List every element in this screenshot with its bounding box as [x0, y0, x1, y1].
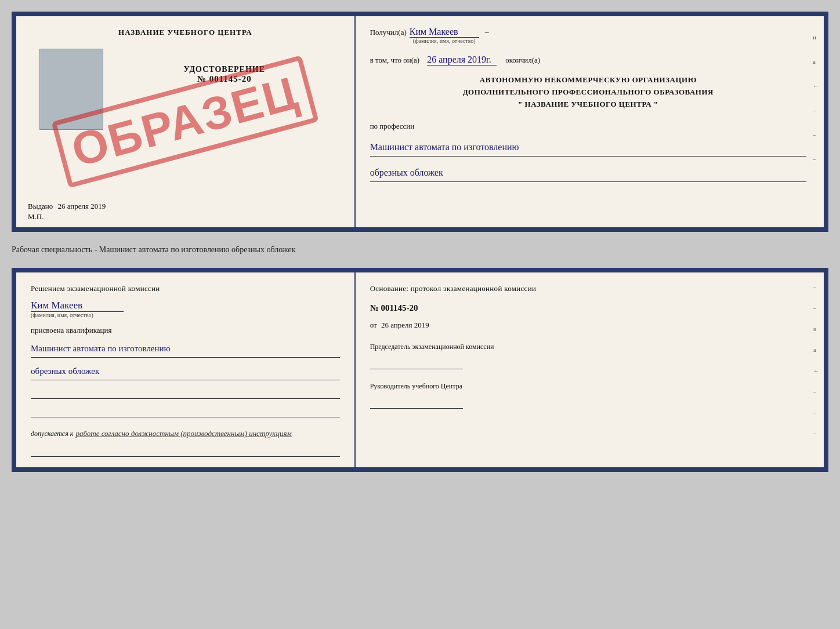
- profession-line1-top: Машинист автомата по изготовлению: [370, 139, 806, 157]
- osnov-label: Основание: протокол экзаменационной коми…: [370, 283, 806, 294]
- dopusk-row: допускается к работе согласно должностны…: [31, 428, 340, 438]
- bottom-underline-1: [31, 388, 340, 399]
- bottom-side-mark-dash2: –: [813, 305, 819, 311]
- prot-date-row: от 26 апреля 2019: [370, 321, 806, 330]
- dopusk-label: допускается к: [31, 430, 73, 438]
- bottom-name-block: Ким Макеев (фамилия, имя, отчество): [31, 300, 340, 318]
- cert-issued-row: Выдано 26 апреля 2019: [28, 202, 106, 211]
- bottom-side-mark-i: и: [813, 326, 819, 332]
- cert-school-title: НАЗВАНИЕ УЧЕБНОГО ЦЕНТРА: [118, 28, 252, 37]
- side-marks-bottom: – – и а ← – – –: [813, 284, 819, 437]
- prot-date-value: 26 апреля 2019: [381, 321, 429, 329]
- vtom-row: в том, что он(а) 26 апреля 2019г. окончи…: [370, 54, 806, 66]
- org-line2: ДОПОЛНИТЕЛЬНОГО ПРОФЕССИОНАЛЬНОГО ОБРАЗО…: [370, 86, 806, 99]
- side-mark-arrow: ←: [813, 82, 819, 89]
- ruk-sign-row: Руководитель учебного Центра: [370, 381, 806, 409]
- bottom-recipient-name: Ким Макеев: [31, 300, 124, 312]
- cert-photo-placeholder: [39, 49, 103, 130]
- recipient-name: Ким Макеев: [410, 27, 479, 38]
- side-mark-dash3: –: [813, 155, 819, 162]
- top-certificate: НАЗВАНИЕ УЧЕБНОГО ЦЕНТРА УДОСТОВЕРЕНИЕ №…: [12, 12, 828, 232]
- poluchil-row: Получил(a) Ким Макеев (фамилия, имя, отч…: [370, 27, 806, 44]
- org-line1: АВТОНОМНУЮ НЕКОММЕРЧЕСКУЮ ОРГАНИЗАЦИЮ: [370, 74, 806, 86]
- cert-issued-date: 26 апреля 2019: [58, 202, 106, 210]
- bottom-profession-line1: Машинист автомата по изготовлению: [31, 340, 340, 358]
- prot-number: № 001145-20: [370, 303, 806, 313]
- bottom-side-mark-dash4: –: [813, 409, 819, 416]
- pred-sign-line: [370, 357, 463, 369]
- bottom-side-mark-arrow: ←: [813, 368, 819, 374]
- prisvoen-label: присвоена квалификация: [31, 326, 340, 335]
- side-marks-top: и а ← – – –: [813, 34, 819, 162]
- ruk-sign-line: [370, 396, 463, 409]
- cert-issued-label: Выдано: [28, 202, 53, 210]
- page-wrapper: НАЗВАНИЕ УЧЕБНОГО ЦЕНТРА УДОСТОВЕРЕНИЕ №…: [12, 12, 828, 472]
- cert-mp-label: М.П.: [28, 212, 44, 221]
- vtom-label: в том, что он(а): [370, 56, 420, 65]
- side-mark-i: и: [813, 34, 819, 41]
- cert-left-panel: НАЗВАНИЕ УЧЕБНОГО ЦЕНТРА УДОСТОВЕРЕНИЕ №…: [16, 16, 356, 227]
- bottom-certificate: Решением экзаменационной комиссии Ким Ма…: [12, 268, 828, 472]
- dopusk-text: работе согласно должностным (производств…: [75, 429, 291, 438]
- side-mark-dash1: –: [813, 107, 819, 114]
- poluchil-label: Получил(a): [370, 28, 407, 37]
- bottom-side-mark-dash1: –: [813, 284, 819, 290]
- reshen-label: Решением экзаменационной комиссии: [31, 283, 340, 295]
- bottom-right-panel: Основание: протокол экзаменационной коми…: [356, 272, 824, 467]
- bottom-side-mark-dash3: –: [813, 388, 819, 395]
- fio-label-top: (фамилия, имя, отчество): [413, 38, 476, 44]
- vtom-date: 26 апреля 2019г.: [427, 54, 497, 66]
- bottom-side-mark-a: а: [813, 347, 819, 353]
- cert-right-panel: Получил(a) Ким Макеев (фамилия, имя, отч…: [356, 16, 824, 227]
- side-mark-dash2: –: [813, 131, 819, 138]
- org-line3: " НАЗВАНИЕ УЧЕБНОГО ЦЕНТРА ": [370, 99, 806, 111]
- bottom-left-panel: Решением экзаменационной комиссии Ким Ма…: [16, 272, 356, 467]
- org-block: АВТОНОМНУЮ НЕКОММЕРЧЕСКУЮ ОРГАНИЗАЦИЮ ДО…: [370, 74, 806, 110]
- bottom-underline-3: [31, 446, 340, 457]
- pred-sign-row: Председатель экзаменационной комиссии: [370, 341, 806, 369]
- okonchil-label: окончил(а): [505, 56, 540, 65]
- cert-udost-label: УДОСТОВЕРЕНИЕ: [184, 65, 265, 74]
- cert-number: № 001145-20: [197, 74, 252, 84]
- profession-line2-top: обрезных обложек: [370, 165, 806, 182]
- bottom-underline-2: [31, 407, 340, 417]
- bottom-profession-line2: обрезных обложек: [31, 362, 340, 380]
- po-professii-label: по профессии: [370, 122, 806, 131]
- ot-label: от: [370, 321, 377, 329]
- middle-specialty-label: Рабочая специальность - Машинист автомат…: [12, 242, 828, 257]
- bottom-side-mark-dash5: –: [813, 430, 819, 437]
- ruk-label: Руководитель учебного Центра: [370, 381, 806, 391]
- side-mark-a: а: [813, 58, 819, 65]
- pred-label: Председатель экзаменационной комиссии: [370, 341, 806, 352]
- bottom-fio-label: (фамилия, имя, отчество): [31, 312, 93, 318]
